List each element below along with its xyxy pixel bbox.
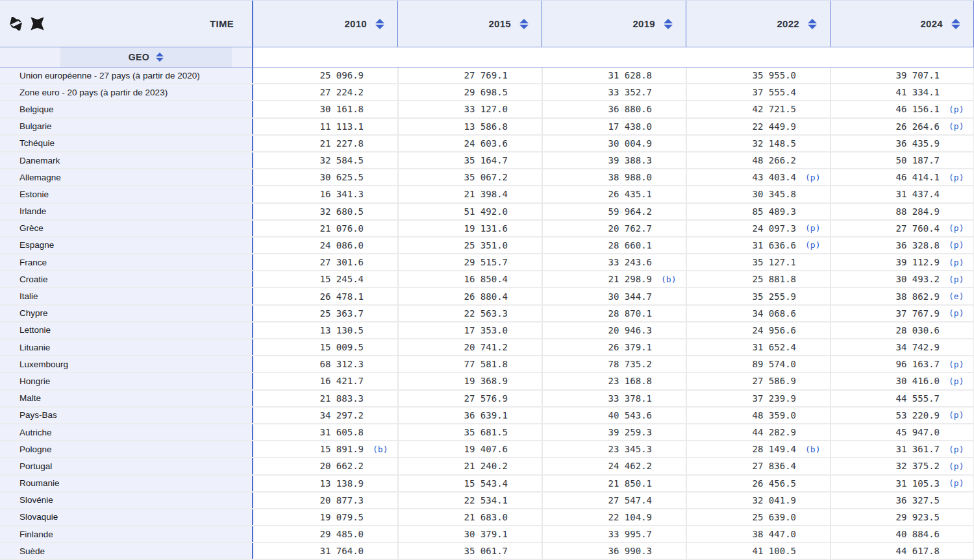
cell-value: 22 104.9	[608, 512, 652, 522]
column-header-2015[interactable]: 2015	[397, 1, 542, 47]
value-cell: 53 220.9(p)	[830, 408, 974, 423]
value-cell: 59 964.2	[542, 204, 686, 219]
column-header-2019[interactable]: 2019	[542, 1, 686, 47]
value-cell: 21 227.8	[253, 136, 397, 151]
cell-value: 16 850.4	[464, 274, 508, 284]
geo-cell[interactable]: Croatie	[0, 271, 253, 287]
geo-cell[interactable]: France	[0, 254, 253, 270]
cell-value: 21 298.9	[608, 274, 652, 284]
geo-cell[interactable]: Lituanie	[0, 339, 253, 355]
cell-value: 34 297.2	[320, 410, 364, 420]
geo-cell[interactable]: Bulgarie	[0, 119, 253, 134]
geo-cell[interactable]: Chypre	[0, 306, 253, 321]
value-cell: 25 881.8	[686, 271, 830, 287]
cell-value: 28 870.1	[608, 308, 652, 319]
geo-cell[interactable]: Finlande	[0, 526, 253, 542]
column-header-2024[interactable]: 2024	[830, 1, 974, 47]
cell-value: 27 836.4	[753, 461, 796, 471]
value-cell: 77 581.8	[397, 356, 542, 372]
table-row: Union européenne - 27 pays (à partir de …	[0, 67, 974, 84]
geo-sort-button[interactable]: GEO	[60, 47, 232, 67]
value-cell: 30 344.7	[542, 288, 686, 304]
cell-value: 21 227.8	[320, 138, 364, 149]
cell-value: 25 351.0	[464, 240, 508, 250]
cell-value: 13 130.5	[320, 325, 364, 335]
cell-flag: (p)	[940, 173, 973, 182]
column-header-2010[interactable]: 2010	[253, 1, 397, 47]
cell-value: 31 628.8	[608, 70, 652, 80]
cell-value: 22 563.3	[464, 308, 508, 319]
column-header-2022[interactable]: 2022	[686, 1, 830, 47]
sort-icon[interactable]	[519, 19, 529, 29]
value-cell: 27 301.6	[253, 254, 397, 270]
value-cell: 22 104.9	[542, 509, 686, 525]
geo-cell-label: Zone euro - 20 pays (à partir de 2023)	[19, 88, 168, 97]
sort-icon[interactable]	[951, 19, 960, 29]
geo-cell[interactable]: Roumanie	[0, 476, 253, 491]
cell-value: 50 187.7	[896, 155, 940, 165]
table-row: Portugal 20 662.2 21 240.2 24 462.2 27 8…	[0, 458, 974, 475]
geo-cell-label: Estonie	[19, 189, 49, 199]
value-cell: 44 617.8	[830, 543, 974, 559]
cell-flag: (b)	[364, 444, 397, 454]
geo-cell[interactable]: Irlande	[0, 204, 253, 219]
transpose-icon[interactable]	[8, 17, 23, 31]
geo-cell-label: Luxembourg	[19, 359, 68, 369]
geo-cell[interactable]: Estonie	[0, 186, 253, 202]
cell-value: 35 067.2	[464, 172, 508, 182]
geo-cell[interactable]: Portugal	[0, 458, 253, 474]
sort-icon[interactable]	[808, 19, 817, 29]
table-row: Slovénie 20 877.3 22 534.1 27 547.4 32 0…	[0, 493, 974, 509]
geo-cell[interactable]: Suède	[0, 543, 253, 559]
geo-cell[interactable]: Allemagne	[0, 169, 253, 185]
geo-cell[interactable]: Danemark	[0, 152, 253, 168]
geo-cell[interactable]: Hongrie	[0, 373, 253, 389]
value-cell: 15 891.9(b)	[253, 441, 397, 457]
value-cell: 31 636.6(p)	[686, 237, 830, 253]
cell-flag: (p)	[940, 359, 973, 369]
value-cell: 39 259.3	[542, 424, 686, 440]
sort-icon[interactable]	[156, 53, 164, 62]
cell-value: 32 148.5	[753, 138, 796, 149]
geo-cell[interactable]: Union européenne - 27 pays (à partir de …	[0, 67, 253, 83]
cell-flag: (p)	[940, 121, 973, 131]
geo-cell[interactable]: Luxembourg	[0, 356, 253, 372]
geo-cell-label: Union européenne - 27 pays (à partir de …	[19, 71, 200, 80]
geo-cell[interactable]: Espagne	[0, 237, 253, 253]
geo-cell[interactable]: Lettonie	[0, 323, 253, 338]
cell-value: 30 345.8	[753, 189, 796, 199]
geo-cell-label: Pays-Bas	[19, 410, 57, 420]
value-cell: 96 163.7(p)	[830, 356, 974, 372]
geo-cell[interactable]: Belgique	[0, 101, 253, 117]
cell-value: 22 449.9	[753, 121, 796, 132]
geo-cell[interactable]: Italie	[0, 288, 253, 304]
value-cell: 19 368.9	[397, 373, 542, 389]
geo-cell[interactable]: Grèce	[0, 221, 253, 236]
value-cell: 39 707.1	[830, 67, 974, 83]
cell-flag: (p)	[940, 444, 973, 454]
geo-cell[interactable]: Slovénie	[0, 493, 253, 508]
value-cell: 24 956.6	[686, 323, 830, 338]
geo-cell[interactable]: Malte	[0, 391, 253, 406]
table-row: Lituanie 15 009.5 20 741.2 26 379.1 31 6…	[0, 339, 974, 356]
sort-icon[interactable]	[375, 19, 384, 29]
sort-icon[interactable]	[664, 19, 673, 29]
value-cell: 31 105.3(p)	[830, 476, 974, 491]
expand-icon[interactable]	[30, 17, 44, 31]
geo-cell[interactable]: Tchéquie	[0, 136, 253, 151]
table-row: Italie 26 478.1 26 880.4 30 344.7 35 255…	[0, 288, 974, 305]
geo-cell[interactable]: Autriche	[0, 424, 253, 440]
cell-value: 32 375.2	[896, 461, 940, 471]
column-header-label: 2024	[920, 18, 943, 29]
geo-cell[interactable]: Pays-Bas	[0, 408, 253, 423]
column-header-label: 2010	[344, 18, 367, 29]
value-cell: 45 947.0	[830, 424, 974, 440]
geo-cell[interactable]: Pologne	[0, 441, 253, 457]
geo-cell[interactable]: Zone euro - 20 pays (à partir de 2023)	[0, 84, 253, 100]
geo-cell[interactable]: Slovaquie	[0, 509, 253, 525]
cell-value: 19 368.9	[464, 376, 508, 386]
cell-value: 96 163.7	[896, 359, 940, 369]
cell-flag: (p)	[940, 104, 973, 114]
cell-value: 32 041.9	[753, 495, 796, 505]
value-cell: 37 239.9	[686, 391, 830, 406]
